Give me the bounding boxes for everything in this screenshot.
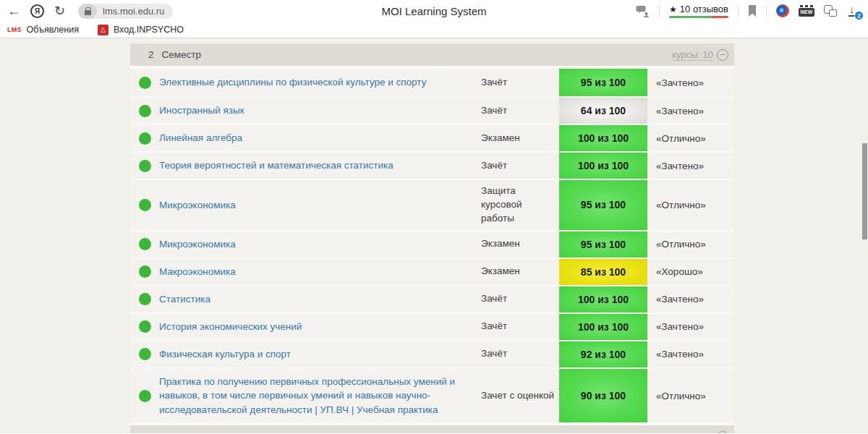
grade-cell: «Зачтено» [647,314,734,340]
secure-lock-icon[interactable] [78,4,97,19]
course-link[interactable]: История экономических учений [159,320,302,334]
table-row: Практика по получению первичных професси… [130,367,734,423]
extension-icon[interactable] [776,4,789,17]
course-link[interactable]: Статистика [159,292,210,307]
bookmark-announcements[interactable]: LMS Объявления [7,25,79,35]
status-dot-icon [139,293,151,305]
score-cell: 100 из 100 [559,286,647,312]
score-cell: 100 из 100 [559,125,647,151]
status-dot-icon [139,348,151,360]
assessment-type: Зачёт [481,314,559,340]
browser-toolbar: ← Я ↻ lms.moi.edu.ru MOI Learning System… [0,0,868,22]
score-cell: 90 из 100 [559,369,647,423]
bookmark-icon[interactable] [748,5,757,17]
score-cell: 95 из 100 [559,231,647,258]
status-dot-icon [139,320,151,333]
toolbar-separator [738,5,739,17]
bookmark-inpsycho-login[interactable]: △ Вход.INPSYCHO [98,25,184,35]
status-dot-icon [139,132,151,145]
course-cell: Практика по получению первичных професси… [159,369,481,423]
back-icon[interactable]: ← [7,4,20,17]
table-row: Физическая культура и спортЗачёт92 из 10… [130,340,734,367]
collapse-icon[interactable]: − [717,49,728,61]
assessment-type: Зачёт [481,286,559,312]
protect-flag-icon[interactable] [636,5,650,17]
status-dot-icon [139,238,151,250]
course-cell: Микроэкономика [159,180,481,230]
status-dot-icon [139,199,151,211]
course-link[interactable]: Микроэкономика [159,198,236,213]
bookmarks-bar: LMS Объявления △ Вход.INPSYCHO [0,22,868,38]
status-cell [130,259,159,285]
score-cell: 100 из 100 [559,314,647,340]
course-cell: Статистика [159,286,481,312]
semester-3-header: 3 Семестр курсы: 10 + [130,425,734,433]
assessment-type: Зачет с оценкой [481,369,559,423]
course-cell: История экономических учений [159,314,481,340]
grade-cell: «Зачтено» [647,69,734,96]
course-link[interactable]: Иностранный язык [159,103,244,118]
table-row: История экономических ученийЗачёт100 из … [130,312,734,340]
grade-cell: «Отлично» [647,125,734,151]
grade-cell: «Хорошо» [647,259,734,285]
course-link[interactable]: Линейная алгебра [159,131,242,145]
yandex-browser-icon[interactable]: Я [30,4,44,18]
page-content: 2 Семестр курсы: 10 − Элективные дисципл… [0,38,868,433]
toolbar-separator [659,5,660,17]
score-cell: 100 из 100 [559,153,647,179]
course-link[interactable]: Микроэкономика [159,237,236,252]
course-link[interactable]: Теория вероятностей и математическая ста… [159,158,393,173]
lms-favicon: LMS [7,26,22,33]
status-cell [130,314,159,340]
rating-text: 10 отзывов [680,4,728,14]
table-row: СтатистикаЗачёт100 из 100«Зачтено» [130,285,734,312]
grade-cell: «Отлично» [647,231,734,258]
assessment-type: Зачёт [481,98,559,124]
new-tab-marquee-icon[interactable]: NEW [799,5,814,17]
assessment-type: Экзамен [481,125,559,151]
course-link[interactable]: Физическая культура и спорт [159,347,291,362]
score-cell: 95 из 100 [559,180,647,230]
rating-bar [669,16,728,18]
tabs-icon[interactable] [824,5,837,17]
course-cell: Микроэкономика [159,231,481,258]
course-cell: Физическая культура и спорт [159,341,481,367]
table-row: Теория вероятностей и математическая ста… [130,151,734,179]
address-bar[interactable]: lms.moi.edu.ru [78,4,173,19]
status-dot-icon [139,77,151,89]
table-row: Элективные дисциплины по физической куль… [130,69,734,96]
downloads-badge: 2 [854,11,864,20]
courses-count-link[interactable]: курсы: 10 [672,431,713,433]
courses-count-link[interactable]: курсы: 10 [672,49,713,61]
course-cell: Иностранный язык [159,98,481,124]
score-cell: 95 из 100 [559,69,647,96]
site-rating[interactable]: ★ 10 отзывов [669,4,728,18]
status-cell [130,125,159,151]
status-cell [130,286,159,312]
assessment-type: Экзамен [481,259,559,285]
status-cell [130,369,159,423]
grade-cell: «Зачтено» [647,153,734,179]
course-link[interactable]: Элективные дисциплины по физической куль… [159,75,426,90]
semester-2-header: 2 Семестр курсы: 10 − [130,43,734,66]
expand-icon[interactable]: + [717,431,728,433]
table-row: МакроэкономикаЭкзамен85 из 100«Хорошо» [130,258,734,285]
status-cell [130,98,159,124]
status-dot-icon [139,265,151,278]
course-link[interactable]: Макроэкономика [159,265,236,279]
status-cell [130,153,159,179]
downloads-icon[interactable]: ↓ 2 [846,4,861,18]
scrollbar-thumb[interactable] [862,143,867,239]
status-dot-icon [139,390,151,402]
status-cell [130,69,159,96]
assessment-type: Экзамен [481,231,559,258]
refresh-icon[interactable]: ↻ [54,4,65,17]
url-text: lms.moi.edu.ru [97,6,173,17]
course-cell: Элективные дисциплины по физической куль… [159,69,481,96]
course-link[interactable]: Практика по получению первичных професси… [159,375,468,417]
grades-table-body: Элективные дисциплины по физической куль… [130,69,734,422]
new-icon-label: NEW [799,8,814,17]
score-cell: 64 из 100 [559,98,647,124]
grade-cell: «Зачтено» [647,341,734,367]
star-icon: ★ [669,4,677,14]
